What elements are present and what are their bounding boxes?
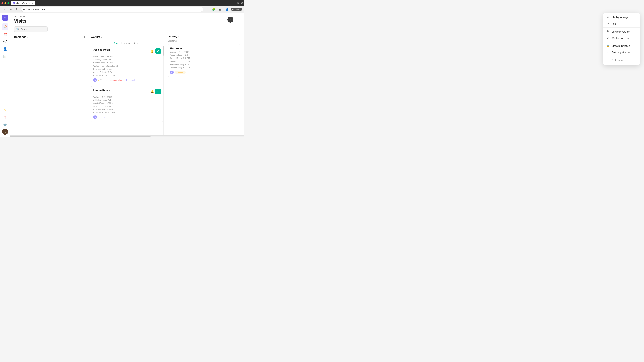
serving-column: Serving › 1 customer Wee Young Serving ·… bbox=[168, 33, 240, 135]
search-input[interactable] bbox=[21, 28, 46, 30]
jessica-info-1: Waitlist · (484) 569-1899 · bbox=[93, 55, 161, 58]
nav-reports-btn[interactable]: 📊 bbox=[2, 53, 8, 60]
nav-updates-btn[interactable]: ⚡ bbox=[2, 107, 8, 113]
divider bbox=[223, 8, 224, 11]
lauren-prioritized-badge: Prioritized bbox=[98, 116, 109, 119]
sidebar-btn[interactable]: ▣ bbox=[217, 7, 222, 12]
nav-help-btn[interactable]: ❓ bbox=[2, 114, 8, 121]
new-tab-btn[interactable]: + bbox=[36, 1, 39, 4]
maximize-window-btn[interactable] bbox=[8, 2, 10, 4]
jessica-moon-card[interactable]: Jessica Moon 🔔 ✓ Waitlist · (484) 569-18… bbox=[91, 46, 163, 84]
jessica-avatar: M bbox=[93, 78, 97, 82]
minimize-window-btn[interactable] bbox=[4, 2, 6, 4]
lauren-bell-btn[interactable]: 🔔 bbox=[150, 90, 154, 93]
wee-avatar: M bbox=[170, 70, 174, 74]
serving-column-title: Serving bbox=[168, 35, 178, 38]
active-tab[interactable]: W Visits | Waitwhile ✕ bbox=[11, 1, 35, 5]
waitlist-add-btn[interactable]: + bbox=[159, 35, 164, 39]
jessica-moon-name: Jessica Moon bbox=[93, 48, 110, 51]
waitlist-title-group: Waitlist › bbox=[91, 35, 102, 38]
search-icon: 🔍 bbox=[16, 28, 20, 31]
lauren-reech-card[interactable]: Lauren Reech 🔔 ✓ Waitlist · (484) 569-11… bbox=[91, 86, 163, 122]
waitlist-open-badge: Open bbox=[114, 42, 119, 44]
bookings-title-group: Bookings › bbox=[14, 35, 28, 38]
wee-card-footer: M Delayed bbox=[170, 70, 238, 74]
nav-messages-btn[interactable]: 💬 bbox=[2, 38, 8, 45]
bookings-column-title: Bookings bbox=[14, 35, 26, 38]
close-window-btn[interactable] bbox=[1, 2, 3, 4]
account-btn[interactable]: 👤 bbox=[225, 7, 230, 12]
lauren-card-info: Waitlist · (484) 569-1184 · Added by Lau… bbox=[93, 95, 161, 114]
wee-info-5: Serve time Today, 3:15... bbox=[170, 63, 238, 66]
app-container: M 🏠 📅 💬 👤 📊 ⚡ ❓ ⚙️ img Moodjoy7434 Visit… bbox=[0, 13, 244, 137]
extensions-btn[interactable]: 🧩 bbox=[211, 7, 216, 12]
browser-titlebar: W Visits | Waitwhile ✕ + ⧉ ✕ bbox=[0, 0, 244, 6]
main-content: Moodjoy7434 Visits M ⋯ 🔍 ⚖ Bookings bbox=[10, 13, 244, 137]
waitlist-column-header: Waitlist › + bbox=[91, 33, 163, 41]
forward-btn[interactable]: → bbox=[8, 7, 13, 12]
tab-close-btn[interactable]: ✕ bbox=[31, 2, 33, 4]
jessica-info-5: Estimated wait 1 minute · bbox=[93, 67, 161, 71]
tab-label: Visits | Waitwhile bbox=[16, 2, 30, 4]
url-text: new.waitwhile.com/visits bbox=[23, 8, 201, 10]
jessica-info-2: Added by Lauren Deli · bbox=[93, 58, 161, 61]
incognito-badge: Incognito (2) bbox=[231, 8, 242, 10]
bookmark-btn[interactable]: ☆ bbox=[205, 7, 210, 12]
lauren-info-4: Waited 2 minutes · #2 · bbox=[93, 105, 161, 108]
bottom-scrollbar[interactable] bbox=[10, 135, 244, 137]
lauren-check-btn[interactable]: ✓ bbox=[155, 89, 161, 94]
wee-info-4: Served 1 hour, 9 minute... bbox=[170, 60, 238, 63]
bookings-add-btn[interactable]: + bbox=[82, 35, 87, 39]
lauren-info-5: Estimated wait 1 minute · bbox=[93, 108, 161, 111]
wee-info-6: Delayed Today, 3:15 PM bbox=[170, 66, 238, 69]
jessica-card-info: Waitlist · (484) 569-1899 · Added by Lau… bbox=[93, 55, 161, 77]
wee-delayed-badge: Delayed bbox=[175, 71, 186, 74]
org-name: Moodjoy7434 bbox=[14, 15, 26, 18]
wee-young-card[interactable]: Wee Young Serving · (484) 569-118... Add… bbox=[168, 44, 240, 77]
bookings-chevron-icon: › bbox=[27, 36, 28, 38]
waitlist-column: Waitlist › + Open · 1m wait · 4 customer… bbox=[91, 33, 163, 135]
nav-home-btn[interactable]: 🏠 bbox=[2, 23, 8, 30]
wee-card-header: Wee Young bbox=[170, 46, 238, 49]
page-title: Visits bbox=[14, 18, 26, 24]
address-bar[interactable]: new.waitwhile.com/visits bbox=[21, 7, 204, 12]
more-menu-btn[interactable]: ⋯ bbox=[236, 17, 240, 22]
bottom-scrollbar-thumb[interactable] bbox=[10, 136, 150, 137]
win-close-btn[interactable]: ✕ bbox=[241, 1, 243, 5]
serving-customer-count: 1 customer bbox=[168, 40, 240, 42]
search-box[interactable]: 🔍 bbox=[14, 26, 48, 32]
wee-info-1: Serving · (484) 569-118... bbox=[170, 50, 238, 54]
jessica-card-actions: 🔔 ✓ bbox=[150, 48, 161, 54]
back-btn[interactable]: ← bbox=[2, 7, 7, 12]
jessica-time-ago: 44m ago bbox=[98, 79, 107, 81]
jessica-bell-btn[interactable]: 🔔 bbox=[150, 50, 154, 53]
time-dot-icon bbox=[98, 80, 99, 81]
nav-settings-btn[interactable]: ⚙️ bbox=[2, 121, 8, 128]
jessica-info-4: Waited 1 hour, 10 minutes · #1 · bbox=[93, 64, 161, 67]
waitlist-column-content[interactable]: Jessica Moon 🔔 ✓ Waitlist · (484) 569-18… bbox=[91, 46, 163, 135]
jessica-message-failed-badge: Message failed bbox=[108, 79, 124, 81]
nav-user-avatar[interactable]: img bbox=[2, 129, 8, 135]
jessica-check-btn[interactable]: ✓ bbox=[155, 48, 161, 54]
waitlist-scroll-indicator[interactable] bbox=[162, 46, 164, 135]
restore-btn[interactable]: ⧉ bbox=[238, 1, 239, 5]
lauren-card-header: Lauren Reech 🔔 ✓ bbox=[93, 89, 161, 94]
lauren-info-1: Waitlist · (484) 569-1184 · bbox=[93, 95, 161, 98]
bookings-column: Bookings › + bbox=[14, 33, 87, 135]
nav-customers-btn[interactable]: 👤 bbox=[2, 45, 8, 52]
user-avatar[interactable]: M bbox=[228, 16, 234, 23]
waitlist-scroll-thumb[interactable] bbox=[162, 46, 164, 56]
nav-calendar-btn[interactable]: 📅 bbox=[2, 31, 8, 37]
browser-actions: ☆ 🧩 ▣ 👤 Incognito (2) bbox=[205, 7, 242, 12]
address-bar-row: ← → ↻ new.waitwhile.com/visits ☆ 🧩 ▣ 👤 I… bbox=[0, 6, 244, 13]
header-actions: M ⋯ bbox=[228, 16, 240, 23]
jessica-card-footer: M 44m ago Message failed Prioritized bbox=[93, 78, 161, 82]
filter-btn[interactable]: ⚖ bbox=[50, 27, 54, 32]
wee-young-name: Wee Young bbox=[170, 46, 184, 49]
left-nav: M 🏠 📅 💬 👤 📊 ⚡ ❓ ⚙️ img bbox=[0, 13, 10, 137]
reload-btn[interactable]: ↻ bbox=[15, 7, 20, 12]
browser-tabs: W Visits | Waitwhile ✕ + bbox=[11, 1, 236, 5]
lauren-avatar: M bbox=[93, 115, 97, 119]
serving-column-content[interactable]: Wee Young Serving · (484) 569-118... Add… bbox=[168, 44, 240, 135]
lauren-info-2: Added by Lauren Deli · bbox=[93, 98, 161, 102]
